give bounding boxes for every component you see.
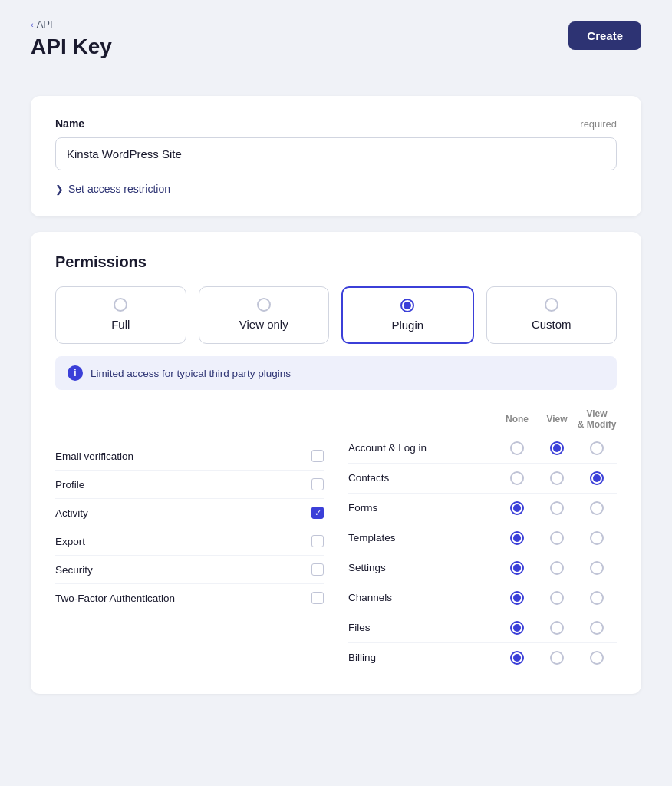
radio-templates-view[interactable]	[550, 531, 564, 545]
breadcrumb-parent: API	[37, 18, 53, 30]
radio-group-forms	[497, 501, 617, 515]
perm-checkbox-profile[interactable]	[311, 478, 324, 490]
info-icon: i	[68, 365, 83, 381]
right-perm-row-forms: Forms	[348, 494, 617, 523]
permission-option-plugin[interactable]: Plugin	[341, 286, 474, 344]
radio-forms-view[interactable]	[550, 501, 564, 515]
permission-custom-label: Custom	[532, 318, 572, 331]
radio-channels-none[interactable]	[510, 591, 524, 605]
radio-group-settings	[497, 561, 617, 575]
perm-name-export: Export	[55, 536, 311, 547]
radio-channels-view[interactable]	[550, 591, 564, 605]
right-perm-name-billing: Billing	[348, 652, 497, 663]
perm-row-security: Security	[55, 556, 324, 584]
permission-option-view-only[interactable]: View only	[199, 286, 330, 344]
perm-checkbox-export[interactable]	[311, 535, 324, 547]
radio-account-none[interactable]	[510, 441, 524, 455]
right-column-headers: None View View& Modify	[497, 408, 617, 431]
right-header-row: None View View& Modify	[348, 408, 617, 434]
permission-full-label: Full	[111, 318, 130, 331]
perm-row-activity: Activity	[55, 499, 324, 527]
right-perm-name-templates: Templates	[348, 532, 497, 543]
radio-billing-modify[interactable]	[590, 651, 604, 665]
radio-templates-modify[interactable]	[590, 531, 604, 545]
permission-view-only-label: View only	[239, 318, 288, 331]
right-perm-name-forms: Forms	[348, 502, 497, 514]
radio-plugin-dot	[404, 302, 411, 309]
right-perm-row-files: Files	[348, 613, 617, 643]
name-input[interactable]	[55, 137, 617, 170]
right-perm-row-billing: Billing	[348, 643, 617, 672]
permissions-card: Permissions Full View only Plugin Custom…	[31, 232, 641, 694]
radio-account-modify[interactable]	[590, 441, 604, 455]
info-banner: i Limited access for typical third party…	[55, 356, 617, 390]
chevron-right-icon: ❯	[55, 183, 64, 195]
perm-checkbox-email-verification[interactable]	[311, 450, 324, 462]
radio-billing-none[interactable]	[510, 651, 524, 665]
chevron-left-icon: ‹	[31, 20, 34, 29]
grid-right: None View View& Modify Account & Log in	[348, 408, 617, 672]
radio-files-view[interactable]	[550, 621, 564, 635]
access-restriction-label: Set access restriction	[68, 183, 170, 195]
col-header-modify: View& Modify	[577, 408, 617, 431]
radio-templates-none[interactable]	[510, 531, 524, 545]
radio-group-contacts	[497, 471, 617, 485]
radio-custom	[545, 298, 558, 312]
right-perm-row-account: Account & Log in	[348, 434, 617, 464]
grid-left: Email verification Profile Activity Expo…	[55, 408, 324, 672]
radio-billing-view[interactable]	[550, 651, 564, 665]
right-perm-row-templates: Templates	[348, 523, 617, 553]
right-perm-row-channels: Channels	[348, 583, 617, 613]
radio-group-billing	[497, 651, 617, 665]
back-link[interactable]: ‹ API	[31, 18, 112, 30]
access-restriction-toggle[interactable]: ❯ Set access restriction	[55, 183, 617, 195]
right-perm-name-files: Files	[348, 622, 497, 633]
required-label: required	[580, 118, 617, 130]
radio-full	[114, 298, 127, 312]
right-perm-name-channels: Channels	[348, 592, 497, 603]
perm-checkbox-activity[interactable]	[311, 507, 324, 519]
radio-settings-view[interactable]	[550, 561, 564, 575]
radio-settings-none[interactable]	[510, 561, 524, 575]
right-perm-row-contacts: Contacts	[348, 464, 617, 494]
radio-contacts-view[interactable]	[550, 471, 564, 485]
radio-channels-modify[interactable]	[590, 591, 604, 605]
right-perm-name-contacts: Contacts	[348, 472, 497, 484]
radio-group-templates	[497, 531, 617, 545]
perm-name-activity: Activity	[55, 507, 311, 519]
col-header-view: View	[537, 414, 577, 424]
radio-view-only	[257, 298, 271, 312]
page-title: API Key	[31, 35, 112, 59]
radio-group-channels	[497, 591, 617, 605]
right-perm-name-settings: Settings	[348, 562, 497, 573]
radio-files-modify[interactable]	[590, 621, 604, 635]
radio-files-none[interactable]	[510, 621, 524, 635]
perm-checkbox-security[interactable]	[311, 563, 324, 576]
perm-name-email-verification: Email verification	[55, 451, 311, 462]
radio-group-account	[497, 441, 617, 455]
radio-forms-modify[interactable]	[590, 501, 604, 515]
permission-options: Full View only Plugin Custom	[55, 286, 617, 344]
perm-name-two-factor: Two-Factor Authentication	[55, 593, 311, 604]
permission-plugin-label: Plugin	[391, 319, 423, 332]
radio-plugin	[400, 299, 414, 312]
radio-contacts-modify[interactable]	[590, 471, 604, 485]
perm-row-profile: Profile	[55, 471, 324, 499]
permission-option-custom[interactable]: Custom	[486, 286, 618, 344]
permissions-title: Permissions	[55, 253, 617, 271]
right-perm-row-settings: Settings	[348, 553, 617, 583]
perm-name-security: Security	[55, 564, 311, 576]
permissions-grid: Email verification Profile Activity Expo…	[55, 408, 617, 672]
permission-option-full[interactable]: Full	[55, 286, 186, 344]
info-text: Limited access for typical third party p…	[91, 368, 291, 379]
col-header-none: None	[497, 414, 537, 424]
perm-checkbox-two-factor[interactable]	[311, 592, 324, 604]
radio-account-view[interactable]	[550, 441, 564, 455]
radio-settings-modify[interactable]	[590, 561, 604, 575]
radio-forms-none[interactable]	[510, 501, 524, 515]
name-label: Name	[55, 117, 84, 130]
radio-group-files	[497, 621, 617, 635]
perm-row-export: Export	[55, 527, 324, 556]
radio-contacts-none[interactable]	[510, 471, 524, 485]
create-button[interactable]: Create	[568, 21, 641, 50]
